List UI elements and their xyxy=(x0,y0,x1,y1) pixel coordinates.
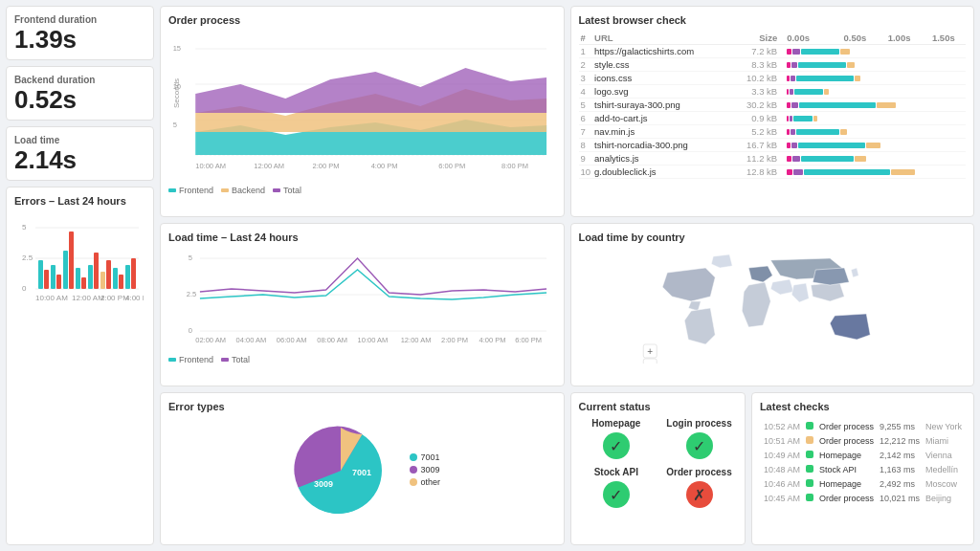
status-stock-api: Stock API ✓ xyxy=(579,467,655,508)
svg-rect-14 xyxy=(88,265,93,289)
table-row: 16.7 kB xyxy=(732,139,779,152)
table-row: https://galacticshirts.com xyxy=(592,45,732,58)
svg-rect-10 xyxy=(63,251,68,289)
svg-text:6:00 PM: 6:00 PM xyxy=(515,335,542,343)
svg-text:5: 5 xyxy=(22,223,27,231)
table-row: g.doubleclick.js xyxy=(592,165,732,179)
list-item: 10:51 AM Order process 12,212 ms Miami xyxy=(762,434,964,447)
table-row: 30.2 kB xyxy=(732,99,779,112)
svg-rect-18 xyxy=(113,268,118,289)
table-row xyxy=(779,125,966,139)
table-row: add-to-cart.js xyxy=(592,112,732,125)
frontend-label: Frontend duration xyxy=(14,14,145,25)
table-row xyxy=(779,85,966,99)
svg-text:6:00 PM: 6:00 PM xyxy=(438,162,465,170)
table-row: 12.8 kB xyxy=(732,165,779,179)
table-row: 7.2 kB xyxy=(732,45,779,58)
pie-chart: 7001 3009 xyxy=(283,418,398,523)
checks-table: 10:52 AM Order process 9,255 ms New York… xyxy=(760,418,966,506)
country-panel: Load time by country xyxy=(570,223,975,387)
svg-text:08:00 AM: 08:00 AM xyxy=(317,335,347,343)
table-row xyxy=(779,112,966,125)
frontend-value: 1.39s xyxy=(14,27,145,52)
table-row: 4 xyxy=(579,85,593,99)
errors-panel: Errors – Last 24 hours 5 2.5 0 xyxy=(6,187,154,545)
table-row xyxy=(779,165,966,179)
current-status-title: Current status xyxy=(579,401,737,412)
stockapi-check-icon: ✓ xyxy=(603,481,630,508)
svg-rect-11 xyxy=(69,231,74,289)
svg-text:5: 5 xyxy=(189,253,192,261)
country-title: Load time by country xyxy=(579,231,967,243)
table-row: nav.min.js xyxy=(592,125,732,139)
table-row xyxy=(779,139,966,152)
table-row: 1 xyxy=(579,45,593,58)
orderprocess-check-icon: ✗ xyxy=(686,481,713,508)
svg-text:2:00 PM: 2:00 PM xyxy=(441,335,468,343)
table-row: 3 xyxy=(579,72,593,85)
status-grid: Homepage ✓ Login process ✓ Stock API ✓ O… xyxy=(579,418,737,508)
browser-check-title: Latest browser check xyxy=(579,14,967,26)
table-row xyxy=(779,45,966,58)
load-time-panel: Load time – Last 24 hours Seconds 5 2.5 … xyxy=(160,223,565,387)
load-time-metric-panel: Load time 2.14s xyxy=(6,126,154,181)
browser-check-panel: Latest browser check # URL Size 0.00s 0.… xyxy=(570,6,975,217)
table-row: 10.2 kB xyxy=(732,72,779,85)
load-time-title: Load time – Last 24 hours xyxy=(168,231,556,243)
table-row xyxy=(779,58,966,72)
latest-checks-panel: Latest checks 10:52 AM Order process 9,2… xyxy=(751,392,974,545)
svg-text:04:00 AM: 04:00 AM xyxy=(236,335,267,343)
load-value: 2.14s xyxy=(14,147,145,172)
svg-text:3009: 3009 xyxy=(314,479,333,489)
table-row: 2 xyxy=(579,58,593,72)
svg-rect-19 xyxy=(119,275,123,289)
table-row: 0.9 kB xyxy=(732,112,779,125)
svg-text:10:00 AM: 10:00 AM xyxy=(195,162,226,170)
table-row: 8.3 kB xyxy=(732,58,779,72)
svg-rect-8 xyxy=(51,265,56,289)
backend-duration-panel: Backend duration 0.52s xyxy=(6,66,154,121)
list-item: 10:46 AM Homepage 2,492 ms Moscow xyxy=(762,477,964,490)
svg-text:2.5: 2.5 xyxy=(22,253,33,262)
error-types-title: Error types xyxy=(168,401,556,412)
load-time-legend: Frontend Total xyxy=(168,355,556,364)
svg-text:10:00 AM: 10:00 AM xyxy=(358,335,389,343)
status-order-process: Order process ✗ xyxy=(661,467,737,508)
svg-rect-13 xyxy=(81,277,86,289)
svg-text:0: 0 xyxy=(189,325,192,334)
table-row xyxy=(779,72,966,85)
table-row: 7 xyxy=(579,125,593,139)
pie-container: 7001 3009 7001 3009 other xyxy=(168,418,556,523)
list-item: 10:45 AM Order process 10,021 ms Beijing xyxy=(762,492,964,504)
svg-rect-12 xyxy=(76,268,80,289)
list-item: 10:52 AM Order process 9,255 ms New York xyxy=(762,420,964,432)
svg-text:2.5: 2.5 xyxy=(187,289,196,298)
svg-text:2:00 PM: 2:00 PM xyxy=(313,162,340,170)
list-item: 10:48 AM Stock API 1,163 ms Medellín xyxy=(762,463,964,475)
legend-orange: Backend xyxy=(221,186,265,195)
order-process-chart: 15 10 5 Seconds 10:00 AM 12:00 AM 2:00 P… xyxy=(168,32,556,180)
list-item: 10:49 AM Homepage 2,142 ms Vienna xyxy=(762,449,964,461)
order-process-title: Order process xyxy=(168,14,556,26)
order-process-legend: Frontend Backend Total xyxy=(168,186,556,195)
svg-text:02:00 AM: 02:00 AM xyxy=(195,335,226,343)
svg-text:10:00 AM: 10:00 AM xyxy=(35,294,68,302)
table-row: style.css xyxy=(592,58,732,72)
svg-text:4:00 PM: 4:00 PM xyxy=(479,335,506,343)
order-process-panel: Order process 15 10 5 Seconds 10:00 AM 1… xyxy=(160,6,565,217)
table-row: 6 xyxy=(579,112,593,125)
svg-marker-36 xyxy=(195,68,546,113)
table-row: analytics.js xyxy=(592,152,732,165)
svg-text:7001: 7001 xyxy=(352,468,371,477)
svg-text:+: + xyxy=(647,346,653,357)
status-homepage: Homepage ✓ xyxy=(579,418,655,459)
svg-text:4:00 PM: 4:00 PM xyxy=(125,294,144,302)
metrics-column: Frontend duration 1.39s Backend duration… xyxy=(6,6,154,545)
backend-value: 0.52s xyxy=(14,87,145,112)
world-map: + − xyxy=(579,249,967,364)
error-types-panel: Error types 7001 30 xyxy=(160,392,565,545)
table-row: 8 xyxy=(579,139,593,152)
backend-label: Backend duration xyxy=(14,75,145,85)
table-row xyxy=(779,152,966,165)
table-row: 10 xyxy=(579,165,593,179)
